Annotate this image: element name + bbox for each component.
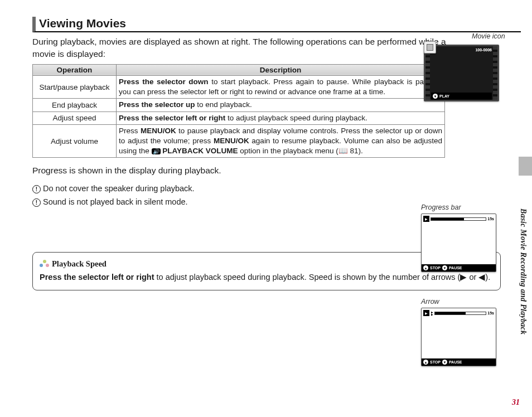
- note-text: Do not cover the speaker during playback…: [43, 184, 195, 193]
- op-cell: Adjust volume: [33, 124, 117, 158]
- intro-text: During playback, movies are displayed as…: [32, 36, 467, 61]
- desc-cell: Press the selector down to start playbac…: [117, 75, 445, 98]
- table-row: Adjust volume Press MENU/OK to pause pla…: [33, 124, 445, 158]
- bold-text: MENU/OK: [141, 127, 176, 135]
- stop-label: STOP: [430, 266, 441, 270]
- speed-arrows-icon: ▶▶: [431, 311, 433, 316]
- progress-text: Progress is shown in the display during …: [32, 166, 521, 176]
- movie-icon-caption: Movie icon: [472, 32, 505, 40]
- info-icon: !: [32, 198, 41, 207]
- time-label: 15s: [487, 217, 494, 221]
- progress-track: [434, 312, 486, 315]
- arrow-screen-thumb: ▶ ▶▶ 15s ▲STOP ▼PAUSE: [421, 308, 496, 366]
- volume-icon: 🔊: [152, 148, 161, 154]
- desc-text: to end playback.: [195, 100, 252, 109]
- screen-footer: ▲STOP ▼PAUSE: [422, 264, 496, 271]
- stop-label: STOP: [430, 360, 441, 364]
- operations-table: Operation Description Start/pause playba…: [32, 64, 445, 158]
- play-icon: ▶: [423, 216, 429, 222]
- page-heading: Viewing Movies: [32, 17, 521, 32]
- desc-cell: Press the selector left or right to adju…: [117, 111, 445, 124]
- desc-cell: Press MENU/OK to pause playback and disp…: [117, 124, 445, 158]
- page-tab: [519, 157, 532, 176]
- bold-text: MENU/OK: [214, 137, 249, 145]
- progress-fill: [431, 218, 464, 220]
- callout-text: to adjust playback speed during playback…: [154, 273, 490, 282]
- desc-text: to adjust playback speed during playback…: [225, 114, 367, 122]
- progress-track: [431, 217, 486, 221]
- up-icon: ▲: [423, 360, 428, 365]
- progress-bar-row: ▶ 15s: [422, 214, 496, 222]
- op-cell: Adjust speed: [33, 111, 117, 124]
- bold-text: PLAYBACK VOLUME: [162, 147, 238, 155]
- dots-icon: [40, 260, 50, 268]
- desc-text: Press: [119, 127, 141, 135]
- desc-text: option in the playback menu (📖 81).: [238, 147, 363, 155]
- table-row: End playback Press the selector up to en…: [33, 99, 445, 111]
- screen-footer: ▲STOP ▼PAUSE: [422, 358, 496, 366]
- up-icon: ▲: [423, 265, 428, 270]
- table-row: Start/pause playback Press the selector …: [33, 75, 445, 98]
- th-operation: Operation: [33, 64, 117, 75]
- op-cell: End playback: [33, 99, 117, 111]
- op-cell: Start/pause playback: [33, 75, 117, 98]
- arrow-caption: Arrow: [421, 298, 439, 306]
- bold-text: Press the selector left or right: [40, 273, 154, 282]
- play-icon: ▶: [423, 310, 429, 316]
- note-text: Sound is not played back in silent mode.: [43, 197, 188, 206]
- down-icon: ▼: [442, 265, 447, 270]
- bold-text: Press the selector down: [119, 77, 209, 86]
- progress-screen-thumb: ▶ 15s ▲STOP ▼PAUSE: [421, 214, 496, 272]
- pause-label: PAUSE: [449, 360, 462, 364]
- desc-cell: Press the selector up to end playback.: [117, 99, 445, 111]
- th-description: Description: [117, 64, 445, 75]
- bold-text: Press the selector up: [119, 100, 195, 109]
- callout-body: Press the selector left or right to adju…: [40, 271, 494, 283]
- info-icon: !: [32, 185, 41, 193]
- section-title-vertical: Basic Movie Recording and Playback: [519, 208, 528, 334]
- pause-label: PAUSE: [449, 266, 462, 270]
- down-icon: ▼: [442, 360, 447, 365]
- page-number: 31: [512, 398, 520, 407]
- file-code: 100-0006: [475, 48, 492, 52]
- time-label: 15s: [487, 311, 494, 315]
- movie-icon: [424, 41, 436, 54]
- table-row: Adjust speed Press the selector left or …: [33, 111, 445, 124]
- down-icon: ▼: [433, 94, 438, 99]
- progress-bar-row: ▶ ▶▶ 15s: [422, 308, 496, 316]
- progress-bar-caption: Progress bar: [421, 203, 461, 211]
- play-label: PLAY: [439, 94, 449, 98]
- progress-fill: [435, 312, 466, 314]
- callout-title-text: Playback Speed: [52, 258, 107, 270]
- screen-footer: ▼ PLAY: [431, 93, 492, 100]
- note-item: !Do not cover the speaker during playbac…: [32, 182, 521, 195]
- bold-text: Press the selector left or right: [119, 114, 225, 122]
